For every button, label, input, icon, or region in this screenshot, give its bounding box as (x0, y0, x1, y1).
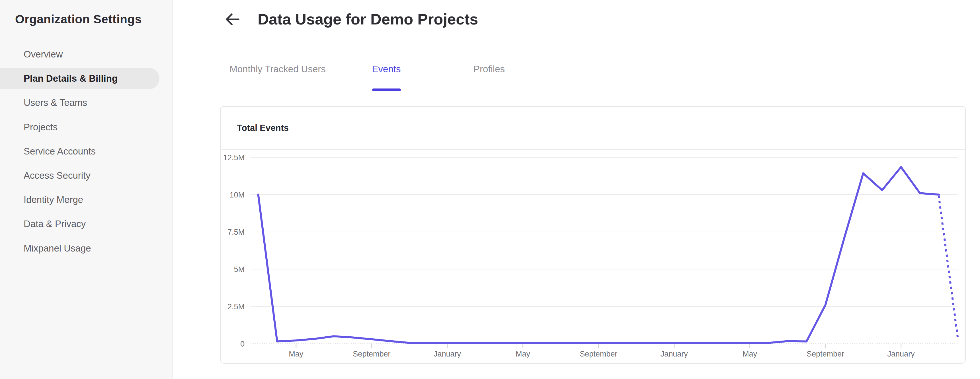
tab-profiles[interactable]: Profiles (474, 64, 505, 75)
gridlines (251, 157, 958, 344)
sidebar-item-projects[interactable]: Projects (0, 116, 159, 138)
svg-text:5M: 5M (234, 265, 245, 274)
svg-text:2.5M: 2.5M (228, 303, 245, 311)
sidebar-item-mixpanel-usage[interactable]: Mixpanel Usage (0, 238, 159, 259)
data-usage-page: { "sidebar": { "title": "Organization Se… (0, 0, 980, 379)
tab-monthly-tracked-users[interactable]: Monthly Tracked Users (229, 64, 325, 75)
tab-events[interactable]: Events (372, 64, 401, 75)
sidebar-item-access-security[interactable]: Access Security (0, 165, 159, 186)
sidebar: Organization Settings OverviewPlan Detai… (0, 0, 173, 379)
svg-text:September: September (353, 350, 390, 358)
total-events-card: Total Events 12.5M10M7.5M5M2.5M0MaySepte… (220, 106, 966, 364)
back-arrow-icon (224, 12, 240, 27)
back-button[interactable] (224, 12, 240, 27)
svg-text:May: May (289, 350, 304, 358)
sidebar-item-data-privacy[interactable]: Data & Privacy (0, 213, 159, 235)
svg-text:January: January (660, 350, 688, 358)
events-line-projection (939, 197, 958, 338)
x-axis-labels: MaySeptemberJanuaryMaySeptemberJanuaryMa… (289, 350, 915, 358)
svg-text:12.5M: 12.5M (223, 153, 245, 162)
events-line (258, 167, 939, 343)
sidebar-item-plan-details-billing[interactable]: Plan Details & Billing (0, 68, 159, 89)
sidebar-item-identity-merge[interactable]: Identity Merge (0, 189, 159, 211)
sidebar-item-overview[interactable]: Overview (0, 44, 159, 65)
svg-text:0: 0 (240, 340, 245, 348)
svg-text:7.5M: 7.5M (228, 228, 245, 236)
y-axis-labels: 12.5M10M7.5M5M2.5M0 (223, 153, 245, 348)
axis-ticks (296, 344, 901, 348)
svg-text:May: May (743, 350, 757, 358)
svg-text:10M: 10M (229, 190, 245, 199)
sidebar-title: Organization Settings (15, 13, 142, 26)
sidebar-item-users-teams[interactable]: Users & Teams (0, 92, 159, 114)
svg-text:May: May (515, 350, 530, 358)
svg-text:September: September (807, 350, 844, 358)
tab-bar-divider (220, 91, 966, 91)
sidebar-item-service-accounts[interactable]: Service Accounts (0, 141, 159, 162)
svg-text:January: January (888, 350, 915, 358)
svg-text:September: September (580, 350, 617, 358)
svg-text:January: January (434, 350, 461, 358)
page-title: Data Usage for Demo Projects (258, 10, 478, 28)
total-events-chart: 12.5M10M7.5M5M2.5M0MaySeptemberJanuaryMa… (221, 107, 965, 363)
